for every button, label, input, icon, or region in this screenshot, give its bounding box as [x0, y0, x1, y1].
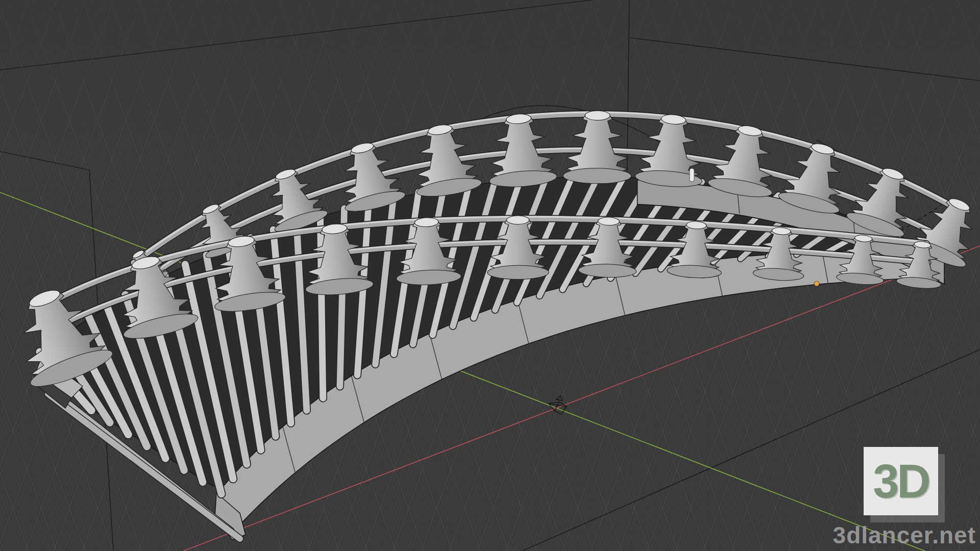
- bridge-model[interactable]: [2, 111, 980, 540]
- scene-svg[interactable]: [0, 0, 980, 551]
- camera-gizmo[interactable]: [549, 396, 567, 414]
- object-origin-dot[interactable]: [814, 281, 819, 286]
- white-peg[interactable]: [690, 168, 694, 182]
- blender-3d-viewport[interactable]: 3D 3dlancer.net: [0, 0, 980, 551]
